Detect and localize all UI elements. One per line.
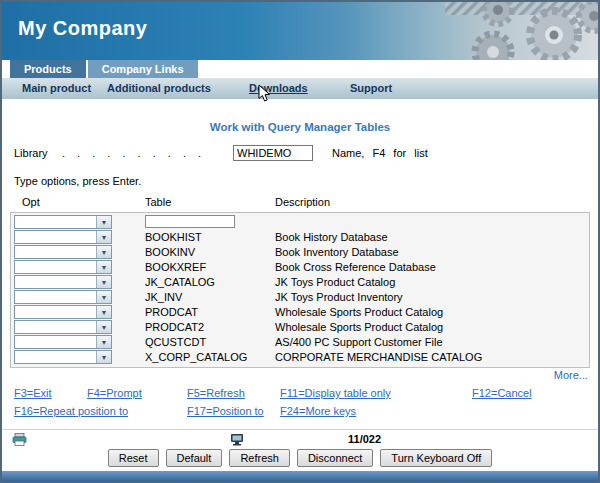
table: ▼ ▼ BOOKHIST Book History Database ▼ BOO… — [10, 212, 590, 368]
cursor-position: 11/022 — [348, 433, 381, 445]
fkey-f4-prompt[interactable]: F4=Prompt — [87, 387, 142, 399]
chevron-down-glyph: ▼ — [101, 324, 108, 331]
function-keys-row2: F16=Repeat position to F17=Position to F… — [2, 405, 598, 419]
fkey-f5-refresh[interactable]: F5=Refresh — [187, 387, 245, 399]
chevron-down-icon[interactable]: ▼ — [96, 306, 111, 318]
printer-icon — [12, 433, 27, 446]
table-row: ▼ X_CORP_CATALOG CORPORATE MERCHANDISE C… — [11, 350, 589, 365]
column-header-table: Table — [145, 196, 171, 208]
chevron-down-icon[interactable]: ▼ — [96, 261, 111, 273]
chevron-down-icon[interactable]: ▼ — [96, 216, 111, 228]
tab-products[interactable]: Products — [10, 60, 86, 78]
company-title: My Company — [18, 17, 147, 40]
table-name-cell: JK_INV — [145, 291, 182, 303]
chevron-down-icon[interactable]: ▼ — [96, 291, 111, 303]
table-row: ▼ BOOKXREF Book Cross Reference Database — [11, 260, 589, 275]
subnav-item-support[interactable]: Support — [350, 82, 392, 94]
table-row: ▼ JK_CATALOG JK Toys Product Catalog — [11, 275, 589, 290]
fkey-f11-display-table[interactable]: F11=Display table only — [280, 387, 391, 399]
table-description-cell: JK Toys Product Inventory — [275, 291, 403, 303]
status-bar: 11/022 — [2, 429, 598, 448]
reset-button[interactable]: Reset — [108, 449, 159, 467]
library-hint: Name, F4 for list — [332, 147, 428, 159]
app-window: My Company — [0, 0, 600, 483]
chevron-down-icon[interactable]: ▼ — [96, 336, 111, 348]
disconnect-button[interactable]: Disconnect — [297, 449, 373, 467]
table-description-cell: CORPORATE MERCHANDISE CATALOG — [275, 351, 482, 363]
opt-select[interactable]: ▼ — [14, 275, 112, 289]
tab-company-links[interactable]: Company Links — [88, 60, 198, 78]
table-row-position: ▼ — [11, 215, 589, 230]
table-name-cell: JK_CATALOG — [145, 276, 215, 288]
opt-select[interactable]: ▼ — [14, 215, 112, 229]
fkey-f12-cancel[interactable]: F12=Cancel — [472, 387, 532, 399]
fkey-f17-position-to[interactable]: F17=Position to — [187, 405, 264, 417]
table-description-cell: Wholesale Sports Product Catalog — [275, 306, 443, 318]
table-name-cell: BOOKHIST — [145, 231, 202, 243]
page-title: Work with Query Manager Tables — [2, 99, 598, 133]
table-description-cell: Book History Database — [275, 231, 388, 243]
opt-select[interactable]: ▼ — [14, 320, 112, 334]
fkey-f24-more-keys[interactable]: F24=More keys — [280, 405, 356, 417]
more-link[interactable]: More... — [2, 369, 588, 381]
turn-keyboard-off-button[interactable]: Turn Keyboard Off — [380, 449, 492, 467]
subnav-item-additional-products[interactable]: Additional products — [107, 82, 211, 94]
column-header-description: Description — [275, 196, 330, 208]
chevron-down-glyph: ▼ — [101, 249, 108, 256]
position-to-input[interactable] — [145, 215, 235, 228]
opt-select[interactable]: ▼ — [14, 350, 112, 364]
refresh-button[interactable]: Refresh — [229, 449, 290, 467]
header: My Company — [2, 2, 598, 60]
chevron-down-icon[interactable]: ▼ — [96, 276, 111, 288]
library-dots: . . . . . . . . . . — [62, 147, 201, 159]
bottom-border-bar — [2, 471, 598, 481]
opt-select[interactable]: ▼ — [14, 335, 112, 349]
opt-select[interactable]: ▼ — [14, 305, 112, 319]
chevron-down-glyph: ▼ — [101, 219, 108, 226]
opt-select[interactable]: ▼ — [14, 230, 112, 244]
chevron-down-icon[interactable]: ▼ — [96, 246, 111, 258]
table-description-cell: AS/400 PC Support Customer File — [275, 336, 443, 348]
table-description-cell: JK Toys Product Catalog — [275, 276, 395, 288]
opt-select[interactable]: ▼ — [14, 245, 112, 259]
table-headers: Opt Table Description — [2, 196, 598, 209]
table-name-cell: PRODCAT — [145, 306, 198, 318]
tab-bar: Products Company Links — [2, 60, 598, 78]
chevron-down-glyph: ▼ — [101, 234, 108, 241]
chevron-down-glyph: ▼ — [101, 339, 108, 346]
table-row: ▼ PRODCAT2 Wholesale Sports Product Cata… — [11, 320, 589, 335]
chevron-down-glyph: ▼ — [101, 354, 108, 361]
chevron-down-icon[interactable]: ▼ — [96, 231, 111, 243]
column-header-opt: Opt — [22, 196, 40, 208]
default-button[interactable]: Default — [166, 449, 223, 467]
table-row: ▼ QCUSTCDT AS/400 PC Support Customer Fi… — [11, 335, 589, 350]
table-row: ▼ BOOKINV Book Inventory Database — [11, 245, 589, 260]
instruction-text: Type options, press Enter. — [14, 175, 598, 187]
table-row: ▼ JK_INV JK Toys Product Inventory — [11, 290, 589, 305]
button-bar: Reset Default Refresh Disconnect Turn Ke… — [2, 448, 598, 471]
table-row: ▼ PRODCAT Wholesale Sports Product Catal… — [11, 305, 589, 320]
subnav-bar: Main product Additional products Downloa… — [2, 78, 598, 99]
table-name-cell: X_CORP_CATALOG — [145, 351, 247, 363]
chevron-down-icon[interactable]: ▼ — [96, 351, 111, 363]
table-name-cell: QCUSTCDT — [145, 336, 206, 348]
opt-select[interactable]: ▼ — [14, 290, 112, 304]
opt-select[interactable]: ▼ — [14, 260, 112, 274]
table-name-cell: BOOKXREF — [145, 261, 206, 273]
gears-image — [350, 2, 598, 60]
library-row: Library . . . . . . . . . . Name, F4 for… — [14, 145, 598, 162]
fkey-f3-exit[interactable]: F3=Exit — [14, 387, 52, 399]
subnav-item-main-product[interactable]: Main product — [22, 82, 91, 94]
table-description-cell: Book Cross Reference Database — [275, 261, 436, 273]
chevron-down-glyph: ▼ — [101, 309, 108, 316]
chevron-down-icon[interactable]: ▼ — [96, 321, 111, 333]
table-row: ▼ BOOKHIST Book History Database — [11, 230, 589, 245]
chevron-down-glyph: ▼ — [101, 294, 108, 301]
chevron-down-glyph: ▼ — [101, 264, 108, 271]
fkey-f16-repeat-position[interactable]: F16=Repeat position to — [14, 405, 128, 417]
table-description-cell: Wholesale Sports Product Catalog — [275, 321, 443, 333]
library-input[interactable] — [233, 145, 313, 161]
mouse-cursor — [258, 84, 271, 103]
library-label: Library — [14, 147, 48, 159]
table-description-cell: Book Inventory Database — [275, 246, 399, 258]
